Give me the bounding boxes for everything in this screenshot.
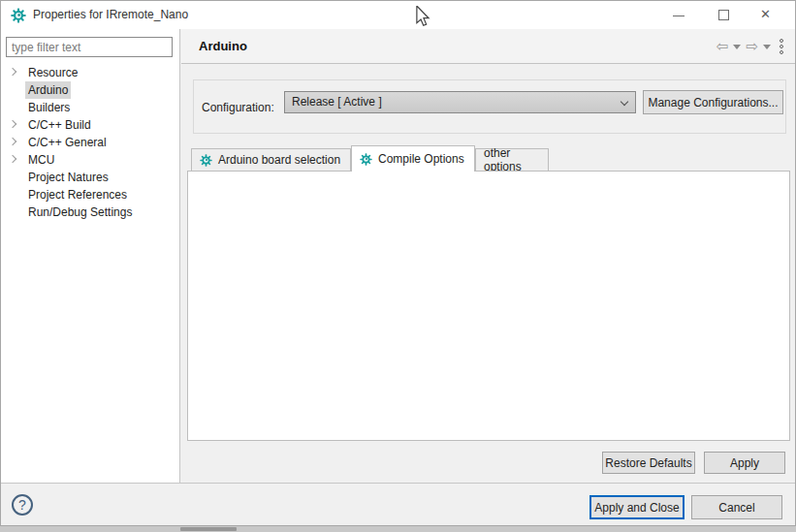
page-header: Arduino ⇦ ⇨ [181, 29, 795, 64]
window-title: Properties for IRremote_Nano [33, 1, 188, 29]
close-button[interactable]: ✕ [751, 1, 784, 29]
forward-arrow-icon[interactable]: ⇨ [746, 40, 758, 54]
sidebar-item-builders[interactable]: Builders [1, 99, 179, 116]
sidebar-item-arduino[interactable]: Arduino [1, 81, 179, 99]
manage-configurations-button[interactable]: Manage Configurations... [643, 90, 783, 114]
minimize-button[interactable] [662, 1, 695, 29]
tab-arduino-board-selection[interactable]: Arduino board selection [191, 148, 351, 171]
sidebar-item-project-references[interactable]: Project References [1, 186, 179, 203]
background-artifact [180, 527, 237, 531]
background-window-strip [0, 526, 796, 532]
apply-button[interactable]: Apply [704, 452, 785, 474]
help-icon[interactable]: ? [12, 494, 33, 516]
chevron-down-icon [621, 98, 628, 106]
forward-menu-chevron-icon[interactable] [763, 45, 771, 49]
mouse-cursor [414, 6, 431, 27]
configuration-group: Configuration: Release [ Active ] Manage… [193, 79, 786, 134]
dialog-button-bar: ? Apply and Close Cancel [1, 483, 795, 525]
chevron-right-icon[interactable] [9, 155, 16, 163]
configuration-combo[interactable]: Release [ Active ] [284, 91, 636, 113]
tab-other-options[interactable]: other options [475, 148, 549, 171]
cancel-button[interactable]: Cancel [691, 495, 782, 519]
page-title: Arduino [199, 29, 247, 64]
title-bar[interactable]: Properties for IRremote_Nano ✕ [1, 1, 795, 29]
sidebar-item-run-debug-settings[interactable]: Run/Debug Settings [1, 203, 179, 221]
sidebar-item-mcu[interactable]: MCU [1, 151, 179, 169]
sidebar-item-cpp-general[interactable]: C/C++ General [1, 134, 179, 151]
sidebar-item-project-natures[interactable]: Project Natures [1, 169, 179, 186]
sidebar-item-cpp-build[interactable]: C/C++ Build [1, 116, 179, 134]
apply-and-close-button[interactable]: Apply and Close [589, 495, 685, 519]
history-nav: ⇦ ⇨ [716, 29, 783, 64]
chevron-right-icon[interactable] [9, 68, 16, 76]
restore-defaults-button[interactable]: Restore Defaults [602, 452, 695, 474]
sloeber-gear-icon [11, 8, 26, 23]
view-menu-icon[interactable] [780, 39, 783, 54]
configuration-label: Configuration: [202, 80, 274, 135]
chevron-right-icon[interactable] [9, 138, 16, 145]
back-menu-chevron-icon[interactable] [733, 45, 741, 49]
properties-tree: Resource Arduino Builders C/C++ Build C/… [1, 64, 179, 221]
chevron-right-icon[interactable] [9, 120, 16, 128]
sidebar: Resource Arduino Builders C/C++ Build C/… [1, 29, 180, 483]
gear-icon [360, 153, 372, 166]
sidebar-item-resource[interactable]: Resource [1, 64, 179, 81]
compile-options-panel [187, 171, 790, 441]
tab-compile-options[interactable]: Compile Options [351, 145, 475, 172]
gear-icon [200, 154, 212, 167]
filter-input[interactable] [6, 37, 173, 57]
maximize-button[interactable] [707, 1, 740, 29]
properties-dialog: Properties for IRremote_Nano ✕ Resource … [0, 0, 796, 526]
screen: Properties for IRremote_Nano ✕ Resource … [0, 0, 796, 532]
back-arrow-icon[interactable]: ⇦ [716, 40, 729, 54]
